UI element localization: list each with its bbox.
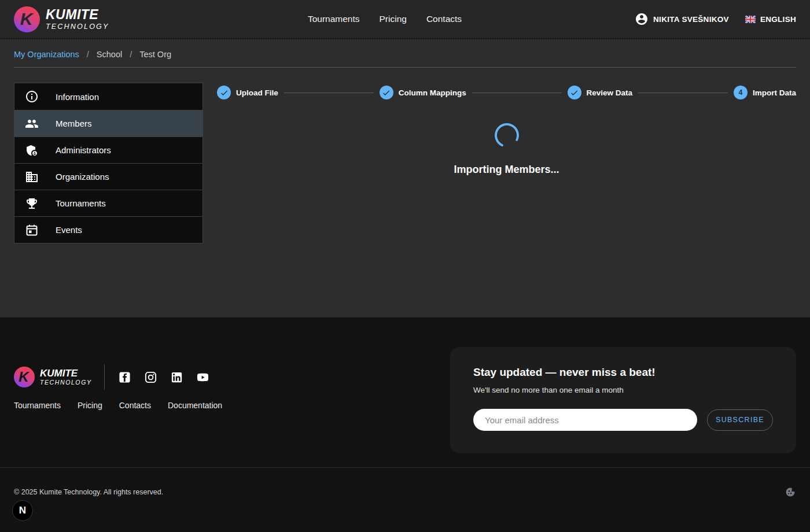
main-area: Information Members Administrators Organ… [0, 68, 810, 243]
subscribe-button[interactable]: SUBSCRIBE [707, 409, 773, 431]
footer-brand-title: KUMITE [40, 368, 92, 378]
step-upload-file: Upload File [217, 86, 278, 99]
footer-link-documentation[interactable]: Documentation [168, 401, 222, 410]
brand-subtitle: TECHNOLOGY [46, 23, 109, 31]
sidebar-item-organizations[interactable]: Organizations [14, 163, 203, 190]
trophy-icon [25, 197, 39, 210]
user-avatar-icon [635, 12, 649, 26]
facebook-icon[interactable] [118, 371, 131, 384]
breadcrumb-school[interactable]: School [97, 50, 122, 59]
breadcrumb-separator: / [87, 50, 89, 59]
footer-links: Tournaments Pricing Contacts Documentati… [14, 401, 222, 410]
footer-link-pricing[interactable]: Pricing [78, 401, 102, 410]
newsletter-title: Stay updated — never miss a beat! [473, 366, 773, 379]
cookie-settings-icon[interactable] [785, 486, 796, 498]
footer-vertical-divider [104, 364, 105, 390]
step-label: Review Data [587, 88, 633, 97]
stepper-connector [638, 93, 728, 93]
step-import-data: 4 Import Data [734, 86, 796, 99]
footer-brand-text: KUMITE TECHNOLOGY [40, 368, 92, 386]
loading-text: Importing Members... [454, 164, 559, 176]
email-input[interactable] [473, 409, 697, 431]
import-wizard: Upload File Column Mappings Review Data … [217, 83, 796, 243]
sidebar-item-administrators[interactable]: Administrators [14, 136, 203, 163]
breadcrumb: My Organizations / School / Test Org [0, 39, 810, 67]
footer-link-tournaments[interactable]: Tournaments [14, 401, 61, 410]
footer-top: K KUMITE TECHNOLOGY [0, 317, 810, 453]
spinner-icon [494, 123, 520, 148]
nav-link-contacts[interactable]: Contacts [426, 14, 462, 24]
sidebar-item-label: Events [56, 225, 82, 235]
step-column-mappings: Column Mappings [380, 86, 466, 99]
sidebar-item-label: Organizations [56, 172, 109, 182]
info-icon [25, 90, 39, 104]
footer-link-contacts[interactable]: Contacts [119, 401, 151, 410]
logo-monogram: K [20, 9, 33, 29]
check-icon [380, 86, 393, 99]
members-icon [25, 117, 39, 131]
linkedin-icon[interactable] [170, 371, 183, 384]
newsletter-subtitle: We'll send no more than one email a mont… [473, 386, 773, 394]
footer-left: K KUMITE TECHNOLOGY [14, 364, 222, 453]
sidebar-item-label: Information [56, 92, 99, 102]
sidebar-item-tournaments[interactable]: Tournaments [14, 190, 203, 216]
brand-logo-link[interactable]: K KUMITE TECHNOLOGY [14, 6, 109, 32]
step-label: Import Data [753, 88, 796, 97]
kumite-logo-icon: K [14, 367, 35, 387]
page-footer: K KUMITE TECHNOLOGY [0, 317, 810, 532]
org-sidebar: Information Members Administrators Organ… [14, 83, 203, 243]
user-menu[interactable]: NIKITA SVEŠNIKOV [635, 12, 729, 26]
uk-flag-icon [745, 16, 756, 23]
breadcrumb-separator: / [130, 50, 132, 59]
building-icon [25, 170, 39, 184]
newsletter-card: Stay updated — never miss a beat! We'll … [450, 347, 796, 453]
sidebar-item-events[interactable]: Events [14, 216, 203, 243]
stepper-connector [284, 93, 374, 93]
nextjs-dev-badge[interactable]: N [12, 500, 33, 521]
import-progress: Importing Members... [217, 123, 796, 176]
step-review-data: Review Data [568, 86, 633, 99]
check-icon [568, 86, 581, 99]
check-icon [217, 86, 231, 99]
nav-link-pricing[interactable]: Pricing [380, 14, 407, 24]
youtube-icon[interactable] [196, 371, 209, 384]
stepper-connector [472, 93, 562, 93]
copyright-text: © 2025 Kumite Technology. All rights res… [14, 488, 163, 496]
logo-monogram: K [19, 369, 28, 385]
nav-link-tournaments[interactable]: Tournaments [308, 14, 360, 24]
step-number-badge: 4 [734, 86, 748, 99]
admin-icon [25, 143, 39, 157]
footer-bottom: © 2025 Kumite Technology. All rights res… [0, 468, 810, 498]
sidebar-item-label: Tournaments [56, 198, 106, 208]
brand-text: KUMITE TECHNOLOGY [46, 8, 109, 31]
user-name: NIKITA SVEŠNIKOV [653, 15, 729, 24]
breadcrumb-my-organizations[interactable]: My Organizations [14, 50, 79, 59]
import-stepper: Upload File Column Mappings Review Data … [217, 86, 796, 99]
footer-brand-logo-link[interactable]: K KUMITE TECHNOLOGY [14, 367, 92, 387]
step-label: Upload File [236, 88, 278, 97]
top-navbar: K KUMITE TECHNOLOGY Tournaments Pricing … [0, 0, 810, 39]
kumite-logo-icon: K [14, 6, 40, 32]
calendar-icon [25, 223, 39, 237]
step-label: Column Mappings [399, 88, 466, 97]
navbar-right: NIKITA SVEŠNIKOV ENGLISH [635, 12, 796, 26]
top-nav: Tournaments Pricing Contacts [308, 14, 462, 24]
social-links [118, 371, 209, 384]
nextjs-icon: N [19, 505, 26, 516]
language-label: ENGLISH [760, 15, 796, 24]
sidebar-item-members[interactable]: Members [14, 110, 203, 136]
instagram-icon[interactable] [144, 371, 157, 384]
sidebar-item-information[interactable]: Information [14, 83, 203, 110]
brand-title: KUMITE [46, 8, 109, 21]
breadcrumb-test-org: Test Org [139, 50, 171, 59]
sidebar-item-label: Administrators [56, 145, 111, 155]
sidebar-item-label: Members [56, 119, 92, 128]
language-selector[interactable]: ENGLISH [745, 15, 796, 24]
footer-brand-subtitle: TECHNOLOGY [40, 379, 92, 386]
